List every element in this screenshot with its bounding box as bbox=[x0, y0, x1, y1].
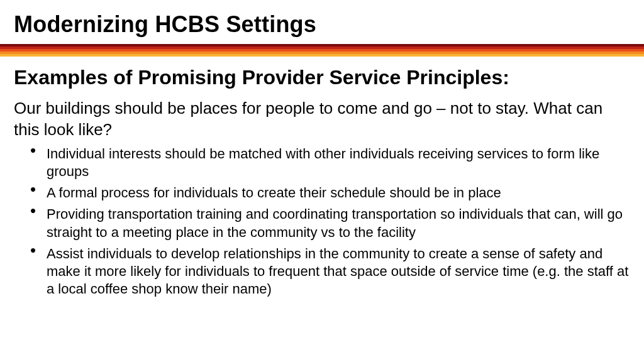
divider-stripes bbox=[0, 44, 644, 57]
list-item: Providing transportation training and co… bbox=[47, 206, 630, 241]
list-item: Individual interests should be matched w… bbox=[47, 145, 630, 180]
list-item: Assist individuals to develop relationsh… bbox=[47, 245, 630, 298]
list-item: A formal process for individuals to crea… bbox=[47, 184, 630, 202]
content-area: Examples of Promising Provider Service P… bbox=[0, 57, 644, 298]
subtitle: Examples of Promising Provider Service P… bbox=[14, 65, 630, 89]
slide: Modernizing HCBS Settings Examples of Pr… bbox=[0, 0, 644, 362]
page-title: Modernizing HCBS Settings bbox=[0, 0, 644, 44]
lead-paragraph: Our buildings should be places for peopl… bbox=[14, 98, 630, 140]
bullet-list: Individual interests should be matched w… bbox=[14, 145, 630, 298]
